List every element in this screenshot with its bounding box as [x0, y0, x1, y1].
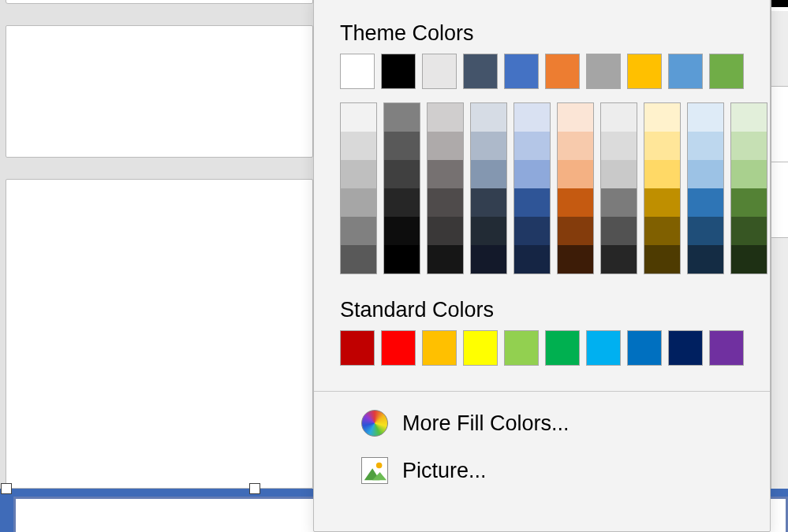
theme-shade-swatch[interactable]: [558, 160, 593, 188]
picture-fill-label: Picture...: [402, 459, 487, 483]
theme-color-swatch[interactable]: [668, 54, 703, 89]
theme-shade-swatch[interactable]: [514, 103, 550, 132]
theme-shade-swatch[interactable]: [601, 188, 637, 217]
theme-shade-swatch[interactable]: [601, 132, 637, 160]
slide-thumbnail[interactable]: [6, 25, 313, 158]
theme-shade-swatch[interactable]: [341, 103, 376, 132]
theme-shade-swatch[interactable]: [731, 217, 767, 245]
theme-shade-swatch[interactable]: [428, 132, 463, 160]
slide-thumbnail[interactable]: [6, 0, 313, 4]
theme-shade-swatch[interactable]: [644, 217, 680, 245]
theme-shade-column: [644, 102, 681, 274]
standard-color-swatch[interactable]: [586, 330, 621, 366]
standard-color-swatch[interactable]: [381, 330, 416, 366]
theme-shades-grid: [340, 102, 744, 274]
standard-color-swatch[interactable]: [504, 330, 539, 366]
theme-shade-column: [383, 102, 420, 274]
theme-shade-swatch[interactable]: [514, 132, 550, 160]
theme-shade-column: [470, 102, 507, 274]
standard-color-swatch[interactable]: [422, 330, 457, 366]
theme-shade-swatch[interactable]: [688, 103, 723, 132]
theme-color-swatch[interactable]: [381, 54, 416, 89]
theme-shade-column: [730, 102, 767, 274]
theme-shade-swatch[interactable]: [471, 217, 506, 245]
theme-shade-swatch[interactable]: [688, 217, 723, 245]
standard-color-swatch[interactable]: [463, 330, 498, 366]
theme-shade-swatch[interactable]: [384, 217, 420, 245]
theme-shade-swatch[interactable]: [384, 245, 420, 273]
theme-color-swatch[interactable]: [627, 54, 662, 89]
theme-shade-swatch[interactable]: [688, 132, 723, 160]
theme-shade-swatch[interactable]: [558, 245, 593, 273]
standard-color-swatch[interactable]: [545, 330, 580, 366]
theme-shade-swatch[interactable]: [428, 103, 463, 132]
theme-shade-swatch[interactable]: [514, 188, 550, 217]
theme-shade-swatch[interactable]: [731, 160, 767, 188]
color-wheel-icon: [361, 410, 388, 437]
theme-shade-swatch[interactable]: [471, 132, 506, 160]
picture-fill-item[interactable]: Picture...: [314, 447, 770, 494]
theme-shade-swatch[interactable]: [514, 245, 550, 273]
theme-shade-swatch[interactable]: [428, 245, 463, 273]
right-accent-chip: [771, 0, 788, 11]
theme-shade-column: [687, 102, 724, 274]
theme-shade-swatch[interactable]: [514, 160, 550, 188]
theme-color-swatch[interactable]: [709, 54, 744, 89]
theme-shade-swatch[interactable]: [731, 245, 767, 273]
slide-thumbnail[interactable]: [6, 179, 313, 489]
theme-shade-swatch[interactable]: [558, 103, 593, 132]
theme-shade-swatch[interactable]: [471, 103, 506, 132]
selection-handle-mid[interactable]: [249, 483, 260, 494]
theme-shade-swatch[interactable]: [688, 245, 723, 273]
theme-shade-swatch[interactable]: [644, 160, 680, 188]
theme-shade-swatch[interactable]: [601, 245, 637, 273]
theme-color-swatch[interactable]: [545, 54, 580, 89]
theme-shade-swatch[interactable]: [384, 160, 420, 188]
standard-color-swatch[interactable]: [340, 330, 375, 366]
theme-shade-swatch[interactable]: [688, 160, 723, 188]
theme-shade-swatch[interactable]: [644, 245, 680, 273]
more-fill-colors-item[interactable]: More Fill Colors...: [314, 400, 770, 447]
menu-divider: [314, 391, 770, 392]
standard-color-swatch[interactable]: [668, 330, 703, 366]
theme-color-swatch[interactable]: [422, 54, 457, 89]
theme-shade-swatch[interactable]: [514, 217, 550, 245]
theme-colors-heading: Theme Colors: [340, 21, 770, 46]
standard-color-swatch[interactable]: [627, 330, 662, 366]
theme-shade-swatch[interactable]: [341, 160, 376, 188]
theme-shade-swatch[interactable]: [688, 188, 723, 217]
theme-shade-swatch[interactable]: [644, 103, 680, 132]
theme-shade-swatch[interactable]: [428, 188, 463, 217]
theme-shade-swatch[interactable]: [428, 160, 463, 188]
theme-shade-swatch[interactable]: [471, 188, 506, 217]
theme-shade-swatch[interactable]: [341, 245, 376, 273]
theme-shade-swatch[interactable]: [601, 217, 637, 245]
theme-shade-swatch[interactable]: [341, 132, 376, 160]
theme-color-swatch[interactable]: [504, 54, 539, 89]
theme-shade-swatch[interactable]: [471, 160, 506, 188]
fill-options-menu: More Fill Colors... Picture...: [314, 400, 770, 494]
theme-shade-swatch[interactable]: [471, 245, 506, 273]
theme-shade-swatch[interactable]: [384, 103, 420, 132]
theme-color-swatch[interactable]: [463, 54, 498, 89]
selection-handle-left[interactable]: [1, 483, 12, 494]
standard-color-swatch[interactable]: [709, 330, 744, 366]
theme-shade-swatch[interactable]: [601, 160, 637, 188]
theme-color-swatch[interactable]: [586, 54, 621, 89]
theme-shade-swatch[interactable]: [558, 132, 593, 160]
standard-colors-row: [340, 330, 744, 366]
theme-shade-swatch[interactable]: [731, 188, 767, 217]
theme-shade-swatch[interactable]: [731, 132, 767, 160]
theme-shade-swatch[interactable]: [731, 103, 767, 132]
theme-shade-swatch[interactable]: [341, 188, 376, 217]
theme-shade-swatch[interactable]: [644, 132, 680, 160]
theme-color-swatch[interactable]: [340, 54, 375, 89]
theme-shade-swatch[interactable]: [644, 188, 680, 217]
theme-shade-swatch[interactable]: [428, 217, 463, 245]
theme-shade-swatch[interactable]: [558, 217, 593, 245]
theme-shade-swatch[interactable]: [384, 132, 420, 160]
theme-shade-swatch[interactable]: [384, 188, 420, 217]
theme-shade-swatch[interactable]: [341, 217, 376, 245]
theme-shade-swatch[interactable]: [601, 103, 637, 132]
theme-shade-swatch[interactable]: [558, 188, 593, 217]
